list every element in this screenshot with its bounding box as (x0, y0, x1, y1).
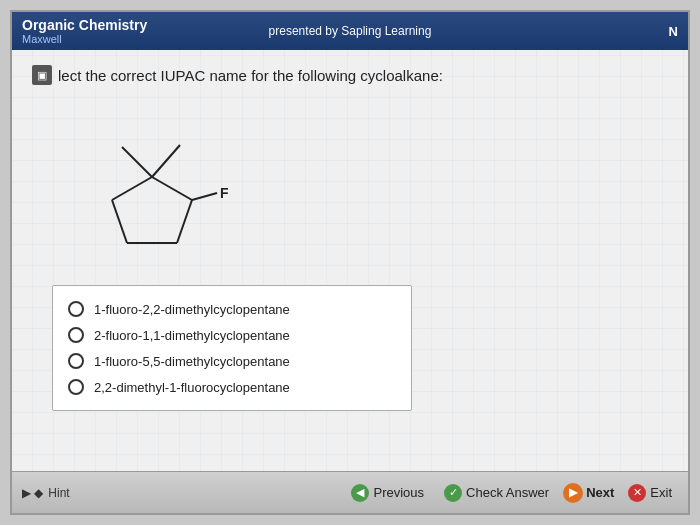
svg-line-3 (112, 200, 127, 243)
check-answer-icon: ✓ (444, 484, 462, 502)
next-label: Next (586, 485, 614, 500)
choice-c-label: 1-fluoro-5,5-dimethylcyclopentane (94, 354, 290, 369)
footer-right: ◀ Previous ✓ Check Answer ▶ Next ✕ Exit (345, 481, 678, 505)
choice-d-label: 2,2-dimethyl-1-fluorocyclopentane (94, 380, 290, 395)
next-icon: ▶ (563, 483, 583, 503)
exit-icon: ✕ (628, 484, 646, 502)
hint-arrow-icon: ▶ ◆ (22, 486, 43, 500)
header: Organic Chemistry Maxwell presented by S… (12, 12, 688, 50)
radio-d[interactable] (68, 379, 84, 395)
svg-line-5 (122, 147, 152, 177)
presented-by: presented by Sapling Learning (269, 24, 432, 38)
molecule-diagram: F (62, 105, 262, 265)
footer: ▶ ◆ Hint ◀ Previous ✓ Check Answer ▶ Nex… (12, 471, 688, 513)
course-title: Organic Chemistry (22, 17, 147, 33)
hint-button[interactable]: Hint (48, 486, 69, 500)
previous-icon: ◀ (351, 484, 369, 502)
exit-label: Exit (650, 485, 672, 500)
question-text: ▣ lect the correct IUPAC name for the fo… (32, 65, 668, 85)
header-left: Organic Chemistry Maxwell (22, 17, 147, 45)
svg-line-7 (192, 193, 217, 200)
student-name: Maxwell (22, 33, 147, 45)
svg-text:F: F (220, 185, 229, 201)
answer-choices: 1-fluoro-2,2-dimethylcyclopentane 2-fluo… (52, 285, 412, 411)
previous-label: Previous (373, 485, 424, 500)
content-area: ▣ lect the correct IUPAC name for the fo… (12, 50, 688, 475)
svg-line-4 (112, 177, 152, 200)
choice-d[interactable]: 2,2-dimethyl-1-fluorocyclopentane (68, 374, 396, 400)
choice-c[interactable]: 1-fluoro-5,5-dimethylcyclopentane (68, 348, 396, 374)
svg-line-6 (152, 145, 180, 177)
molecule-svg: F (62, 105, 262, 265)
radio-a[interactable] (68, 301, 84, 317)
exit-button[interactable]: ✕ Exit (622, 481, 678, 505)
check-answer-label: Check Answer (466, 485, 549, 500)
footer-left: ▶ ◆ Hint (22, 486, 70, 500)
question-icon: ▣ (32, 65, 52, 85)
choice-a-label: 1-fluoro-2,2-dimethylcyclopentane (94, 302, 290, 317)
svg-line-1 (177, 200, 192, 243)
main-screen: Organic Chemistry Maxwell presented by S… (10, 10, 690, 515)
previous-button[interactable]: ◀ Previous (345, 481, 430, 505)
header-right-label: N (669, 24, 678, 39)
radio-c[interactable] (68, 353, 84, 369)
check-answer-button[interactable]: ✓ Check Answer (438, 481, 555, 505)
next-button[interactable]: ▶ Next (563, 483, 614, 503)
svg-line-0 (152, 177, 192, 200)
radio-b[interactable] (68, 327, 84, 343)
choice-a[interactable]: 1-fluoro-2,2-dimethylcyclopentane (68, 296, 396, 322)
question-label: lect the correct IUPAC name for the foll… (58, 67, 443, 84)
choice-b[interactable]: 2-fluoro-1,1-dimethylcyclopentane (68, 322, 396, 348)
choice-b-label: 2-fluoro-1,1-dimethylcyclopentane (94, 328, 290, 343)
